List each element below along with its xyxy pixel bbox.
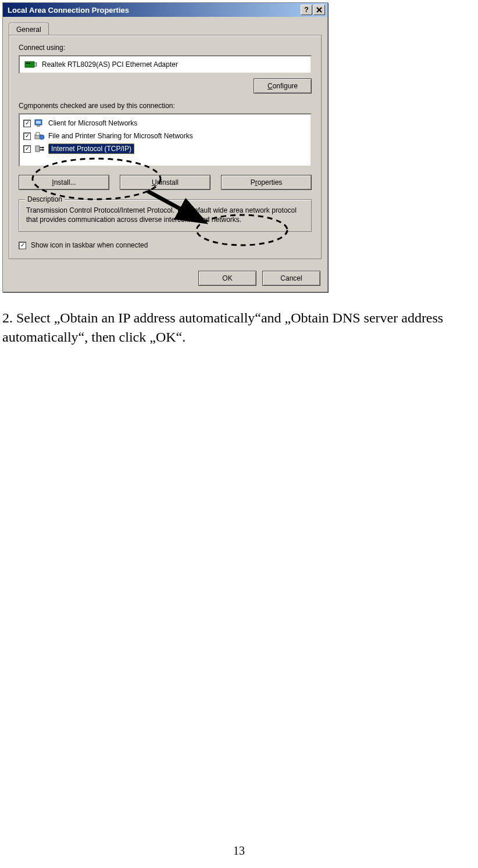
show-icon-label: Show icon in taskbar when connected <box>31 241 148 249</box>
show-icon-row[interactable]: ✓ Show icon in taskbar when connected <box>19 241 312 249</box>
components-label: Components checked are used by this conn… <box>19 102 312 110</box>
svg-rect-12 <box>35 146 40 152</box>
list-item[interactable]: ✓ Internet Protocol (TCP/IP) <box>23 142 307 155</box>
checkbox[interactable]: ✓ <box>23 132 31 140</box>
svg-rect-10 <box>36 132 40 135</box>
network-adapter-icon <box>24 60 37 69</box>
tab-general[interactable]: General <box>9 23 49 36</box>
page-number: 13 <box>0 844 478 858</box>
install-button[interactable]: Install... <box>19 175 109 190</box>
checkbox[interactable]: ✓ <box>23 120 31 127</box>
svg-point-16 <box>42 149 44 151</box>
adapter-field: Realtek RTL8029(AS) PCI Ethernet Adapter <box>19 55 312 74</box>
svg-rect-4 <box>26 63 28 64</box>
svg-rect-3 <box>34 63 37 66</box>
dialog-footer: OK Cancel <box>3 265 327 292</box>
help-button[interactable]: ? <box>301 5 312 15</box>
properties-dialog: Local Area Connection Properties ? Gener… <box>2 2 328 292</box>
list-item-label-selected: Internet Protocol (TCP/IP) <box>48 144 134 154</box>
ok-button[interactable]: OK <box>198 271 256 286</box>
tab-label: General <box>16 26 41 34</box>
svg-rect-5 <box>28 63 30 64</box>
configure-button[interactable]: CConfigureonfigure <box>254 78 312 94</box>
description-group: Description Transmission Control Protoco… <box>19 199 312 232</box>
checkbox[interactable]: ✓ <box>23 145 31 153</box>
svg-rect-7 <box>36 121 41 124</box>
window-title: Local Area Connection Properties <box>5 6 299 15</box>
client-icon <box>34 119 45 128</box>
adapter-name: Realtek RTL8029(AS) PCI Ethernet Adapter <box>42 60 178 69</box>
cancel-button[interactable]: Cancel <box>262 271 320 286</box>
svg-rect-8 <box>37 125 40 127</box>
description-legend: Description <box>25 195 65 203</box>
list-item-label: File and Printer Sharing for Microsoft N… <box>48 132 193 140</box>
uninstall-button[interactable]: Uninstall <box>120 175 211 190</box>
properties-button[interactable]: Properties <box>221 175 312 190</box>
tcpip-protocol-icon <box>34 144 45 153</box>
close-icon <box>316 7 322 13</box>
components-list[interactable]: ✓ Client for Microsoft Networks ✓ <box>19 113 312 167</box>
svg-point-15 <box>42 147 44 149</box>
close-button[interactable] <box>313 5 325 15</box>
connect-using-label: Connect using: <box>19 44 312 52</box>
description-text: Transmission Control Protocol/Internet P… <box>26 206 304 224</box>
list-item[interactable]: ✓ Client for Microsoft Networks <box>23 117 307 130</box>
list-item-label: Client for Microsoft Networks <box>48 119 137 127</box>
instruction-text: 2. Select „Obtain an IP address automati… <box>2 309 473 346</box>
tab-panel: Connect using: Realtek RTL8029(AS) PCI E… <box>9 35 322 259</box>
show-icon-checkbox[interactable]: ✓ <box>19 242 26 249</box>
tab-strip: General <box>9 21 322 35</box>
svg-rect-2 <box>25 62 34 67</box>
list-item[interactable]: ✓ File and Printer Sharing for Microsoft… <box>23 130 307 142</box>
file-printer-sharing-icon <box>34 131 45 141</box>
titlebar: Local Area Connection Properties ? <box>3 3 327 17</box>
svg-point-11 <box>40 135 44 139</box>
